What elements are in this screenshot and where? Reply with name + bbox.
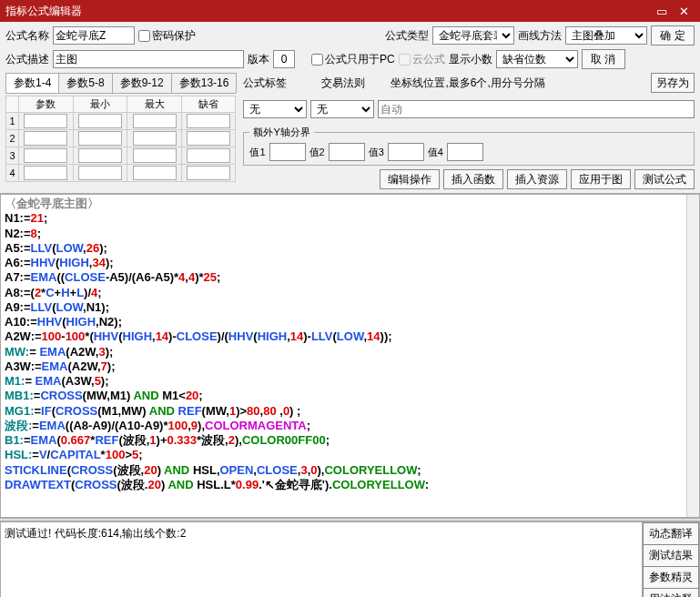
yaxis-val3-input[interactable] (388, 143, 424, 161)
formula-desc-label: 公式描述 (5, 52, 49, 67)
apply-fig-button[interactable]: 应用于图 (571, 169, 631, 189)
version-input[interactable] (273, 50, 295, 68)
tab-params-9-12[interactable]: 参数9-12 (112, 73, 172, 93)
param-input[interactable] (78, 131, 122, 146)
code-editor[interactable]: 〈金蛇寻底主图〉N1:=21;N2:=8;A5:=LLV(LOW,26);A6:… (0, 194, 700, 518)
window-title: 指标公式编辑器 (5, 4, 651, 19)
yaxis-val2-input[interactable] (329, 143, 365, 161)
draw-method-select[interactable]: 主图叠加 (565, 26, 647, 45)
params-section: 参数1-4 参数5-8 参数9-12 参数13-16 参数 最小 最大 缺省 1… (5, 73, 236, 189)
test-formula-button[interactable]: 测试公式 (634, 169, 695, 189)
yaxis-val1-input[interactable] (269, 143, 306, 161)
insert-res-button[interactable]: 插入资源 (507, 169, 567, 189)
formula-name-input[interactable] (53, 26, 135, 45)
bottom-panel: 测试通过! 代码长度:614,输出线个数:2 动态翻译 测试结果 参数精灵 用法… (0, 521, 700, 597)
tab-params-13-16[interactable]: 参数13-16 (171, 73, 238, 93)
yaxis-val4-input[interactable] (447, 143, 483, 161)
extra-yaxis-fieldset: 额外Y轴分界 值1 值2 值3 值4 (243, 126, 695, 166)
formula-tag-label: 公式标签 (243, 76, 287, 91)
side-btn-translate[interactable]: 动态翻译 (643, 522, 699, 545)
titlebar: 指标公式编辑器 ▭ ✕ (0, 0, 700, 22)
side-btn-usage[interactable]: 用法注释 (643, 589, 699, 597)
param-input[interactable] (133, 131, 177, 146)
param-input[interactable] (133, 166, 177, 180)
coord-pos-label: 坐标线位置,最多6个,用分号分隔 (391, 76, 544, 91)
save-as-button[interactable]: 另存为 (651, 73, 695, 93)
password-protect-checkbox[interactable]: 密码保护 (138, 28, 196, 44)
param-input[interactable] (24, 166, 67, 180)
scrollbar-vertical[interactable] (686, 195, 699, 517)
output-area: 测试通过! 代码长度:614,输出线个数:2 (1, 522, 643, 597)
formula-type-select[interactable]: 金蛇寻底套装 (432, 26, 514, 45)
param-input[interactable] (133, 148, 177, 163)
param-input[interactable] (133, 114, 177, 128)
param-input[interactable] (24, 114, 67, 128)
draw-method-label: 画线方法 (518, 28, 562, 44)
trade-rule-label: 交易法则 (321, 76, 365, 91)
tab-params-5-8[interactable]: 参数5-8 (58, 73, 112, 93)
side-btn-test-result[interactable]: 测试结果 (643, 545, 699, 567)
top-panel: 公式名称 密码保护 公式类型 金蛇寻底套装 画线方法 主图叠加 确 定 公式描述… (0, 22, 700, 194)
close-icon[interactable]: ✕ (673, 5, 695, 18)
cloud-formula-checkbox: 云公式 (399, 52, 445, 67)
side-btn-param-wizard[interactable]: 参数精灵 (643, 567, 699, 589)
param-input[interactable] (187, 114, 230, 128)
param-row: 4 (6, 165, 236, 182)
param-row: 2 (6, 130, 236, 147)
pc-only-checkbox[interactable]: 公式只用于PC (311, 52, 395, 67)
trade-rule-select[interactable]: 无 (310, 100, 374, 118)
insert-func-button[interactable]: 插入函数 (443, 169, 503, 189)
version-label: 版本 (248, 52, 269, 67)
param-input[interactable] (78, 166, 122, 180)
formula-desc-input[interactable] (53, 50, 244, 68)
param-input[interactable] (24, 131, 67, 146)
formula-name-label: 公式名称 (5, 28, 49, 44)
param-input[interactable] (187, 148, 230, 163)
minimize-icon[interactable]: ▭ (651, 5, 673, 18)
param-row: 1 (6, 113, 236, 130)
param-input[interactable] (187, 131, 230, 146)
param-input[interactable] (24, 148, 67, 163)
param-input[interactable] (78, 114, 122, 128)
show-decimal-select[interactable]: 缺省位数 (496, 50, 578, 68)
edit-op-button[interactable]: 编辑操作 (380, 169, 440, 189)
param-input[interactable] (187, 166, 230, 180)
coord-pos-input[interactable] (378, 100, 695, 118)
param-row: 3 (6, 147, 236, 165)
ok-button[interactable]: 确 定 (651, 25, 695, 46)
formula-type-label: 公式类型 (385, 28, 429, 44)
formula-tag-select[interactable]: 无 (243, 100, 307, 118)
param-input[interactable] (78, 148, 122, 163)
tab-params-1-4[interactable]: 参数1-4 (5, 73, 59, 93)
cancel-button[interactable]: 取 消 (582, 49, 625, 69)
show-decimal-label: 显示小数 (449, 52, 492, 67)
param-table: 参数 最小 最大 缺省 1 2 3 4 (5, 96, 236, 182)
